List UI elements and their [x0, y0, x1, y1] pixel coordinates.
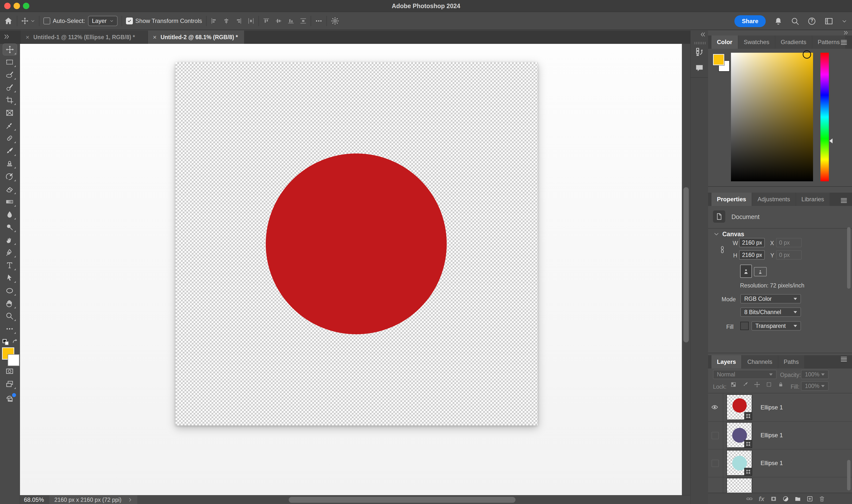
status-chevron-icon[interactable] [128, 498, 133, 502]
selection-brush-tool[interactable] [3, 69, 17, 80]
mode-dropdown[interactable]: RGB Color [740, 294, 801, 304]
link-dimensions-icon[interactable] [719, 245, 726, 255]
zoom-window-button[interactable] [23, 3, 29, 9]
hand-tool[interactable] [3, 298, 17, 309]
document-info-box[interactable]: 2160 px x 2160 px (72 ppi) [49, 496, 137, 504]
fill-swatch[interactable] [740, 322, 749, 330]
share-button[interactable]: Share [734, 15, 766, 27]
swap-colors-icon[interactable] [11, 339, 18, 346]
tab-channels[interactable]: Channels [742, 355, 778, 368]
chevron-down-icon[interactable] [31, 19, 35, 23]
gradient-tool[interactable] [3, 196, 17, 208]
healing-brush-tool[interactable] [3, 132, 17, 144]
collapse-right-dock-icon[interactable] [843, 30, 849, 35]
orientation-landscape-button[interactable] [754, 267, 767, 276]
crop-tool[interactable] [3, 94, 17, 106]
layer-name[interactable]: Ellipse 1 [761, 393, 783, 421]
lock-position-icon[interactable] [754, 381, 760, 388]
new-layer-icon[interactable] [804, 493, 815, 504]
zoom-level[interactable]: 68.05% [24, 497, 44, 503]
object-selection-tool[interactable] [3, 82, 17, 93]
layer-thumbnail[interactable] [727, 422, 752, 448]
layer-thumbnail[interactable] [727, 450, 752, 476]
vertical-scrollbar-thumb[interactable] [683, 187, 689, 342]
path-selection-tool[interactable] [3, 272, 17, 284]
comments-panel-icon[interactable] [694, 63, 704, 73]
layer-fill-dropdown[interactable]: 100% [801, 381, 829, 391]
orientation-portrait-button[interactable] [740, 265, 752, 278]
more-tools[interactable] [3, 323, 17, 335]
opacity-dropdown[interactable]: 100% [801, 370, 829, 379]
blur-tool[interactable] [3, 209, 17, 220]
layer-row[interactable]: Ellipse 1 [708, 449, 852, 478]
brush-tool[interactable] [3, 145, 17, 157]
properties-scrollbar-thumb[interactable] [847, 227, 851, 289]
notifications-bell-icon[interactable] [774, 17, 782, 25]
tab-libraries[interactable]: Libraries [796, 193, 830, 206]
layer-thumbnail[interactable] [727, 394, 752, 420]
screen-mode-button[interactable] [3, 378, 17, 390]
align-top-icon[interactable] [263, 17, 270, 24]
type-tool[interactable] [3, 259, 17, 271]
eyedropper-tool[interactable] [3, 120, 17, 131]
layer-row[interactable]: Ellipse 1 [708, 393, 852, 422]
lock-all-icon[interactable] [778, 381, 784, 388]
tab-paths[interactable]: Paths [778, 355, 804, 368]
canvas-section-chevron-icon[interactable] [713, 231, 719, 237]
height-field[interactable] [739, 250, 765, 259]
minimize-window-button[interactable] [14, 3, 20, 9]
panel-menu-icon[interactable] [840, 356, 848, 362]
link-layers-icon[interactable] [744, 493, 755, 504]
hue-slider-marker[interactable] [829, 139, 833, 143]
new-group-folder-icon[interactable] [792, 493, 803, 504]
layer-thumbnail[interactable] [727, 478, 752, 493]
history-brush-tool[interactable] [3, 171, 17, 182]
fill-dropdown[interactable]: Transparent [751, 321, 801, 330]
dodge-tool[interactable] [3, 221, 17, 233]
vertical-scrollbar[interactable] [682, 44, 691, 495]
layer-style-fx-icon[interactable]: fx [756, 493, 767, 504]
hue-slider[interactable] [820, 53, 829, 181]
tab-properties[interactable]: Properties [712, 193, 752, 206]
workspace-switcher-icon[interactable] [824, 17, 833, 25]
expand-tools-dock-icon[interactable] [3, 34, 10, 40]
help-icon[interactable]: ? [807, 17, 816, 25]
smudge-tool[interactable] [3, 234, 17, 246]
tab-swatches[interactable]: Swatches [738, 35, 775, 49]
blend-mode-dropdown[interactable]: Normal [713, 370, 777, 379]
workspace-settings-gear-icon[interactable] [331, 17, 339, 25]
clone-stamp-tool[interactable] [3, 158, 17, 169]
frame-tool[interactable] [3, 107, 17, 119]
align-bottom-icon[interactable] [288, 17, 294, 24]
x-field[interactable] [776, 238, 802, 247]
distribute-horizontal-icon[interactable] [247, 17, 255, 24]
align-middle-icon[interactable] [275, 17, 282, 24]
auto-select-checkbox[interactable] [44, 17, 50, 24]
align-center-horizontal-icon[interactable] [223, 17, 230, 24]
layer-row-partial[interactable] [708, 477, 852, 493]
collapse-dock-icon[interactable] [700, 32, 706, 37]
close-tab-icon[interactable]: × [25, 34, 29, 41]
tab-layers[interactable]: Layers [712, 355, 741, 368]
bit-depth-dropdown[interactable]: 8 Bits/Channel [740, 307, 801, 317]
quick-mask-mode-button[interactable] [3, 365, 17, 377]
auto-select-target-dropdown[interactable]: Layer [88, 16, 118, 26]
align-right-icon[interactable] [235, 17, 242, 24]
document-viewport[interactable] [20, 44, 682, 495]
distribute-vertical-icon[interactable] [300, 17, 307, 24]
layer-visibility-eye-icon[interactable] [711, 403, 718, 411]
background-color-swatch[interactable] [7, 354, 19, 366]
color-field[interactable] [731, 53, 813, 181]
width-field[interactable] [739, 238, 765, 247]
chevron-down-icon[interactable] [842, 18, 847, 24]
show-transform-checkbox[interactable] [126, 17, 133, 24]
layer-visibility-toggle[interactable] [712, 432, 719, 439]
layer-name[interactable]: Ellipse 1 [761, 449, 783, 477]
y-field[interactable] [776, 250, 802, 259]
layers-scrollbar-thumb[interactable] [847, 460, 851, 490]
add-layer-mask-icon[interactable] [768, 493, 779, 504]
tab-adjustments[interactable]: Adjustments [752, 193, 796, 206]
tab-gradients[interactable]: Gradients [775, 35, 812, 49]
horizontal-scrollbar-thumb[interactable] [289, 497, 516, 503]
panel-menu-icon[interactable] [840, 197, 848, 203]
